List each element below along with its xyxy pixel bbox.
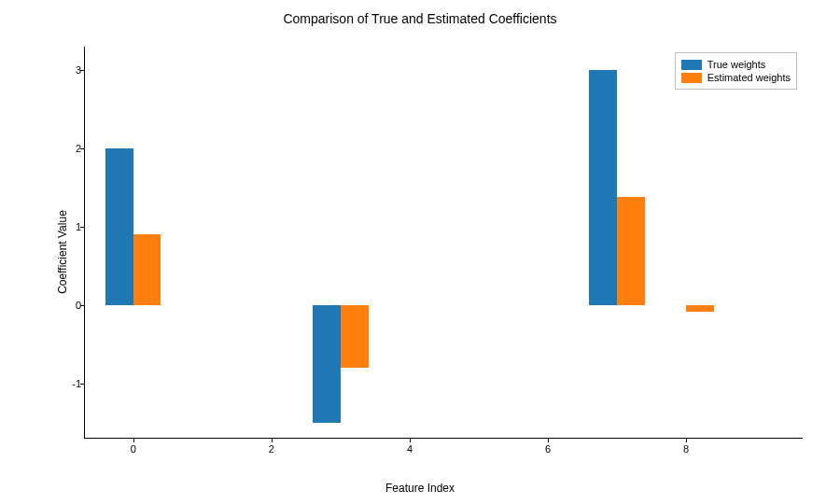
x-tick-mark <box>410 438 411 442</box>
x-tick-label: 8 <box>683 443 689 455</box>
y-tick-mark <box>80 305 85 306</box>
legend-label-true: True weights <box>707 59 766 70</box>
chart-title: Comparison of True and Estimated Coeffic… <box>283 11 556 26</box>
x-tick-mark <box>272 438 273 442</box>
y-tick-mark <box>80 70 85 71</box>
x-tick-label: 4 <box>407 443 413 455</box>
bar-est <box>341 305 369 368</box>
legend-swatch-est <box>681 73 702 83</box>
bar-true <box>589 70 617 305</box>
x-tick-label: 6 <box>545 443 551 455</box>
legend: True weights Estimated weights <box>675 52 797 90</box>
y-tick-mark <box>80 148 85 149</box>
legend-item-est: Estimated weights <box>681 72 791 83</box>
legend-swatch-true <box>681 60 702 70</box>
y-axis-label: Coefficient Value <box>56 210 69 294</box>
legend-label-est: Estimated weights <box>707 72 791 83</box>
x-tick-mark <box>686 438 687 442</box>
legend-item-true: True weights <box>681 59 791 70</box>
plot-area: True weights Estimated weights -10123024… <box>84 47 803 439</box>
y-tick-mark <box>80 227 85 228</box>
x-tick-mark <box>133 438 134 442</box>
x-tick-label: 0 <box>131 443 136 455</box>
bar-est <box>686 305 714 312</box>
bar-est <box>617 197 645 305</box>
x-tick-label: 2 <box>269 443 274 455</box>
bar-est <box>133 234 161 305</box>
bar-true <box>105 148 133 305</box>
x-tick-mark <box>548 438 549 442</box>
x-axis-label: Feature Index <box>385 482 455 495</box>
bar-true <box>313 305 341 423</box>
y-tick-mark <box>80 384 85 385</box>
